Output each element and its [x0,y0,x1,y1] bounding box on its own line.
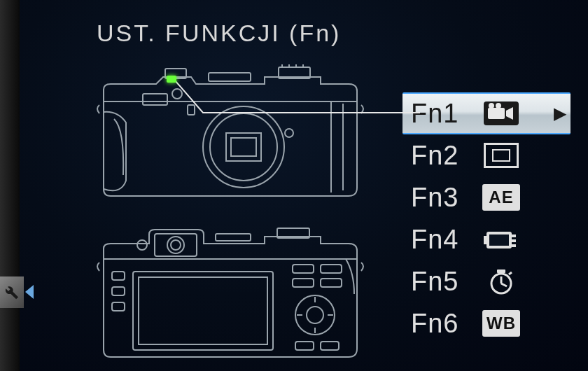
wrench-icon [4,285,20,300]
fn-item-fn2[interactable]: Fn2 [402,134,570,176]
fn-item-fn3[interactable]: Fn3 AE [402,176,570,218]
svg-rect-29 [112,302,125,311]
svg-point-5 [203,106,284,188]
svg-rect-38 [489,234,509,246]
fn-label: Fn2 [411,141,471,171]
fn-label: Fn5 [411,267,471,297]
svg-point-13 [171,240,181,250]
film-simulation-icon [481,225,522,254]
menu-side-bar [0,0,20,371]
self-timer-icon [481,267,522,296]
svg-point-20 [307,307,323,323]
svg-point-9 [285,129,293,137]
svg-rect-37 [512,244,516,247]
svg-rect-17 [133,272,273,350]
fn-item-fn1[interactable]: Fn1 ▶ [402,92,570,134]
svg-rect-21 [293,265,314,273]
svg-point-33 [496,103,501,108]
svg-rect-10 [188,105,195,115]
svg-rect-27 [112,272,125,280]
fn-button-highlight [167,76,176,83]
camera-front-diagram [83,63,377,200]
svg-rect-28 [112,287,125,295]
svg-point-32 [489,103,494,108]
svg-rect-25 [295,342,314,350]
svg-rect-8 [231,138,256,156]
ae-lock-icon: AE [481,183,522,212]
svg-rect-36 [512,239,516,242]
svg-point-12 [167,237,184,253]
svg-rect-35 [512,234,516,237]
fn-button-list: Fn1 ▶ Fn2 Fn3 AE [402,92,570,344]
tab-indicator-arrow [25,285,34,299]
svg-rect-39 [484,236,487,244]
setup-tab[interactable] [0,276,24,308]
menu-screen: UST. FUNKCJI (Fn) [20,0,588,371]
white-balance-icon: WB [481,309,522,338]
svg-point-14 [137,240,147,250]
svg-point-6 [210,113,277,181]
fn-label: Fn3 [411,183,471,213]
page-title: UST. FUNKCJI (Fn) [97,20,341,47]
fn-item-fn5[interactable]: Fn5 [402,260,570,302]
fn-label: Fn4 [411,225,471,255]
svg-rect-22 [321,265,342,273]
fn-item-fn4[interactable]: Fn4 [402,218,570,260]
camera-back-diagram [83,224,377,360]
svg-rect-31 [488,108,505,119]
svg-rect-23 [293,279,314,287]
svg-rect-2 [209,73,251,81]
svg-rect-16 [216,234,251,241]
chevron-right-icon: ▶ [554,104,566,123]
svg-rect-4 [143,94,167,105]
movie-icon [481,99,522,128]
svg-rect-41 [497,270,505,273]
svg-point-3 [172,89,182,99]
fn-label: Fn6 [411,309,471,339]
svg-rect-18 [139,277,267,344]
multi-focus-icon [481,141,522,170]
svg-rect-24 [321,279,342,287]
fn-label: Fn1 [411,99,471,129]
fn-item-fn6[interactable]: Fn6 WB [402,302,570,344]
svg-rect-26 [321,342,339,350]
